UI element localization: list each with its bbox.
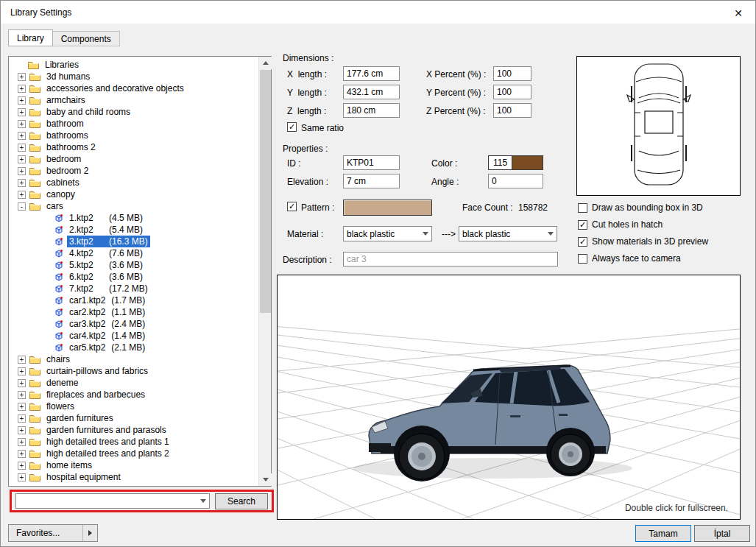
tree-item[interactable]: + fireplaces and barbecues [9, 389, 258, 400]
scroll-thumb[interactable] [260, 70, 271, 313]
option-row[interactable]: Draw as bounding box in 3D [578, 202, 708, 213]
tree-item[interactable]: - cars [9, 200, 258, 212]
tree-item[interactable]: + chairs [9, 353, 258, 365]
tree-item[interactable]: + baby and child rooms [9, 106, 258, 118]
tree-item[interactable]: + cabinets [9, 177, 258, 188]
search-dropdown-button[interactable] [197, 494, 209, 508]
material-target-dropdown[interactable]: black plastic [459, 226, 557, 241]
tree-item[interactable]: + flowers [9, 400, 258, 412]
tree-item[interactable]: + accessories and decorative objects [9, 82, 258, 94]
expander-icon[interactable]: + [18, 132, 26, 140]
tree-item[interactable]: car5.ktp2 (2.1 MB) [9, 342, 258, 353]
checkbox-icon[interactable]: ✓ [578, 220, 587, 230]
tree-item[interactable]: car2.ktp2 (1.1 MB) [9, 306, 258, 318]
tree-item[interactable]: 6.ktp2 (3.6 MB) [9, 271, 258, 283]
tree-item[interactable]: + armchairs [9, 94, 258, 106]
tree-item[interactable]: 1.ktp2 (4.5 MB) [9, 212, 258, 224]
id-input[interactable] [343, 155, 400, 170]
expander-icon[interactable]: + [18, 391, 26, 399]
favorites-arrow-button[interactable] [82, 525, 97, 541]
tree-item[interactable]: + home items [9, 459, 258, 471]
expander-icon[interactable]: + [18, 379, 26, 387]
expander-icon[interactable]: + [18, 414, 26, 423]
elevation-input[interactable] [343, 174, 400, 188]
tree-item[interactable]: 7.ktp2 (17.2 MB) [9, 283, 258, 294]
expander-icon[interactable]: + [18, 403, 26, 411]
tree-item[interactable]: + high detailed trees and plants 2 [9, 448, 258, 459]
y-percent-input[interactable] [493, 85, 531, 99]
scroll-down-button[interactable] [259, 473, 272, 486]
expander-icon[interactable]: + [18, 96, 26, 105]
pattern-checkbox[interactable]: ✓ [287, 202, 297, 211]
same-ratio-checkbox[interactable]: ✓ [287, 122, 297, 132]
tree-item[interactable]: car4.ktp2 (1.4 MB) [9, 330, 258, 342]
tab-components[interactable]: Components [52, 31, 120, 46]
tree-item[interactable]: + curtain-pillows and fabrics [9, 365, 258, 377]
search-input[interactable] [16, 494, 209, 508]
expander-icon[interactable]: + [18, 426, 26, 434]
pattern-swatch[interactable] [343, 200, 432, 216]
preview-3d-viewport[interactable]: Double click for fullscreen. [277, 275, 741, 520]
tree-item[interactable]: + 3d humans [9, 71, 258, 82]
tree-item[interactable]: + garden furnitures and parasols [9, 424, 258, 436]
tree-item[interactable]: car3.ktp2 (2.4 MB) [9, 318, 258, 330]
search-combobox[interactable] [15, 493, 210, 509]
expander-icon[interactable]: + [18, 356, 26, 364]
expander-icon[interactable]: + [18, 120, 26, 128]
expander-icon[interactable]: + [18, 367, 26, 375]
tree-item[interactable]: + canopy [9, 188, 258, 200]
option-row[interactable]: ✓ Cut holes in hatch [578, 219, 708, 230]
tree-item[interactable]: + bathroom [9, 118, 258, 130]
cancel-button[interactable]: İptal [694, 525, 750, 542]
color-swatch[interactable] [512, 156, 543, 169]
tree-item[interactable]: 4.ktp2 (7.6 MB) [9, 247, 258, 259]
tree-item[interactable]: + bedroom 2 [9, 165, 258, 177]
checkbox-icon[interactable] [578, 254, 587, 264]
tree-item[interactable]: + garden furnitures [9, 412, 258, 424]
expander-icon[interactable]: + [18, 108, 26, 116]
expander-icon[interactable]: + [18, 73, 26, 81]
expander-icon[interactable]: + [18, 179, 26, 187]
expander-icon[interactable]: + [18, 473, 26, 481]
z-percent-input[interactable] [493, 103, 531, 118]
y-length-input[interactable] [343, 85, 400, 99]
expander-icon[interactable]: - [18, 202, 26, 211]
material-target-arrow[interactable] [545, 232, 557, 236]
scroll-up-button[interactable] [259, 57, 272, 69]
tree-scrollbar[interactable] [258, 57, 271, 486]
color-picker[interactable]: 115 [488, 155, 543, 170]
tree-item[interactable]: + high detailed trees and plants 1 [9, 436, 258, 448]
option-row[interactable]: ✓ Show materials in 3D preview [578, 236, 708, 247]
expander-icon[interactable]: + [18, 144, 26, 152]
search-button[interactable]: Search [215, 493, 268, 509]
material-source-dropdown[interactable]: black plastic [343, 226, 432, 241]
expander-icon[interactable]: + [18, 450, 26, 458]
expander-icon[interactable]: + [18, 155, 26, 163]
angle-input[interactable] [488, 174, 543, 188]
tree-item[interactable]: + bathrooms 2 [9, 141, 258, 153]
checkbox-icon[interactable] [578, 203, 587, 213]
option-row[interactable]: Always face to camera [578, 253, 708, 264]
tree-item[interactable]: + deneme [9, 377, 258, 389]
expander-icon[interactable]: + [18, 167, 26, 175]
expander-icon[interactable]: + [18, 438, 26, 446]
tree-item[interactable]: Libraries [9, 59, 258, 71]
favorites-button[interactable]: Favorites... [8, 524, 98, 542]
description-input[interactable] [343, 252, 558, 267]
tab-library[interactable]: Library [8, 29, 53, 46]
checkbox-icon[interactable]: ✓ [578, 237, 587, 247]
tree-item[interactable]: + bedroom [9, 153, 258, 165]
material-source-arrow[interactable] [420, 232, 431, 236]
expander-icon[interactable]: + [18, 191, 26, 199]
tree-item[interactable]: car1.ktp2 (1.7 MB) [9, 294, 258, 306]
tree-item[interactable]: 2.ktp2 (5.4 MB) [9, 224, 258, 236]
x-length-input[interactable] [343, 66, 400, 81]
z-length-input[interactable] [343, 103, 400, 118]
expander-icon[interactable]: + [18, 462, 26, 470]
expander-icon[interactable]: + [18, 85, 26, 93]
close-button[interactable]: ✕ [730, 6, 746, 21]
tree-item[interactable]: + bathrooms [9, 130, 258, 141]
tree-item[interactable]: 5.ktp2 (3.6 MB) [9, 259, 258, 271]
x-percent-input[interactable] [493, 66, 531, 81]
tree-item[interactable]: + hospital equipment [9, 471, 258, 483]
